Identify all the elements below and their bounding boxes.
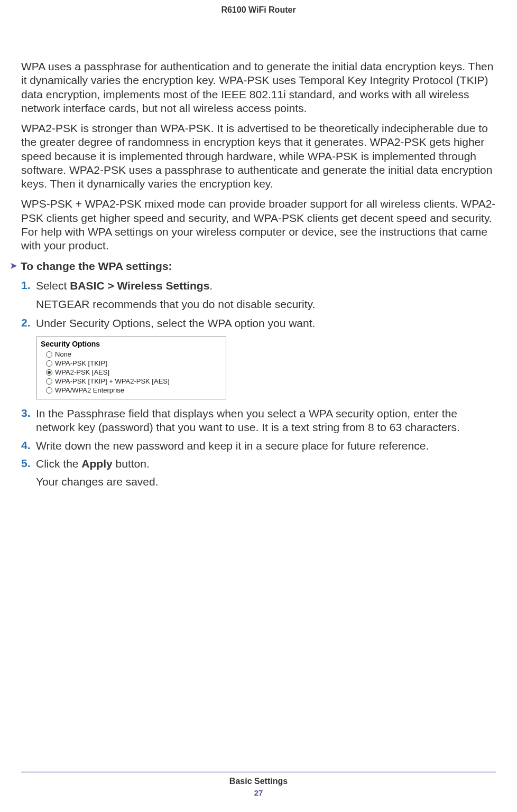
procedure-title: To change the WPA settings: bbox=[21, 260, 172, 273]
radio-icon-selected bbox=[46, 369, 52, 376]
step-bold: BASIC > Wireless Settings bbox=[70, 279, 209, 292]
step-1: 1. Select BASIC > Wireless Settings. bbox=[21, 279, 496, 293]
footer-divider bbox=[21, 771, 496, 772]
step-4: 4. Write down the new password and keep … bbox=[21, 439, 496, 453]
radio-label: WPA-PSK [TKIP] + WPA2-PSK [AES] bbox=[55, 377, 170, 385]
step-number: 2. bbox=[21, 316, 36, 330]
step-5-sub: Your changes are saved. bbox=[36, 475, 496, 489]
radio-option-wpa-enterprise[interactable]: WPA/WPA2 Enterprise bbox=[41, 386, 221, 395]
step-text: In the Passphrase field that displays wh… bbox=[36, 407, 496, 435]
step-prefix: Select bbox=[36, 279, 70, 292]
radio-option-wpa-psk-tkip[interactable]: WPA-PSK [TKIP] bbox=[41, 359, 221, 368]
step-5: 5. Click the Apply button. bbox=[21, 457, 496, 471]
step-text: Write down the new password and keep it … bbox=[36, 439, 496, 453]
step-2: 2. Under Security Options, select the WP… bbox=[21, 316, 496, 330]
radio-label: WPA/WPA2 Enterprise bbox=[55, 386, 124, 394]
radio-label: None bbox=[55, 350, 71, 358]
content-area: WPA uses a passphrase for authentication… bbox=[0, 15, 517, 489]
step-suffix: . bbox=[209, 279, 213, 292]
radio-option-none[interactable]: None bbox=[41, 350, 221, 359]
radio-icon bbox=[46, 360, 52, 367]
step-1-sub-bold: NETGEAR recommends that you do not disab… bbox=[36, 298, 312, 310]
step-prefix: Click the bbox=[36, 458, 81, 470]
radio-icon bbox=[46, 387, 52, 394]
procedure-heading: ➤ To change the WPA settings: bbox=[10, 260, 496, 273]
radio-option-wpa2-psk-aes[interactable]: WPA2-PSK [AES] bbox=[41, 368, 221, 377]
radio-icon bbox=[46, 378, 52, 385]
security-options-title: Security Options bbox=[41, 340, 221, 348]
paragraph-wpa2: WPA2-PSK is stronger than WPA-PSK. It is… bbox=[21, 122, 496, 191]
step-1-sub: NETGEAR recommends that you do not disab… bbox=[36, 297, 496, 311]
step-text: Select BASIC > Wireless Settings. bbox=[36, 279, 496, 293]
step-suffix: button. bbox=[113, 458, 150, 470]
radio-dot-icon bbox=[48, 371, 51, 374]
radio-label: WPA-PSK [TKIP] bbox=[55, 359, 107, 367]
radio-icon bbox=[46, 351, 52, 358]
security-options-panel: Security Options None WPA-PSK [TKIP] WPA… bbox=[36, 337, 226, 399]
step-3: 3. In the Passphrase field that displays… bbox=[21, 407, 496, 435]
step-number: 5. bbox=[21, 457, 36, 471]
step-text: Click the Apply button. bbox=[36, 457, 496, 471]
step-bold: Apply bbox=[81, 458, 112, 470]
radio-label: WPA2-PSK [AES] bbox=[55, 368, 109, 376]
step-number: 3. bbox=[21, 407, 36, 435]
step-number: 1. bbox=[21, 279, 36, 293]
paragraph-mixed: WPS-PSK + WPA2-PSK mixed mode can provid… bbox=[21, 197, 496, 253]
page-footer: Basic Settings 27 bbox=[0, 771, 517, 797]
step-1-sub-suffix: . bbox=[312, 298, 316, 310]
paragraph-wpa: WPA uses a passphrase for authentication… bbox=[21, 60, 496, 115]
page-header: R6100 WiFi Router bbox=[0, 0, 517, 15]
footer-page-number: 27 bbox=[0, 788, 517, 797]
arrow-icon: ➤ bbox=[10, 260, 17, 272]
step-text: Under Security Options, select the WPA o… bbox=[36, 316, 496, 330]
footer-section-title: Basic Settings bbox=[0, 777, 517, 786]
radio-option-wpa-mixed[interactable]: WPA-PSK [TKIP] + WPA2-PSK [AES] bbox=[41, 377, 221, 386]
step-number: 4. bbox=[21, 439, 36, 453]
